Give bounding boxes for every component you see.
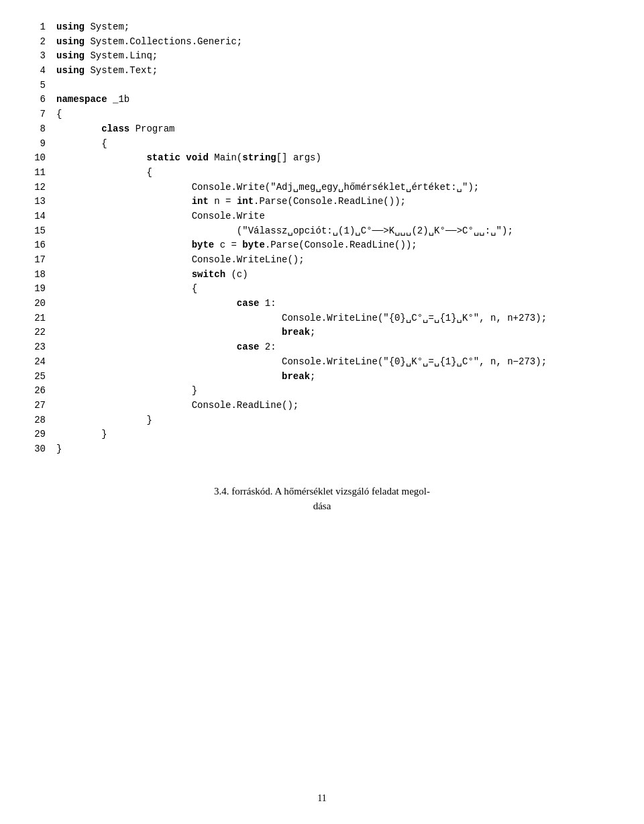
line-number: 8 (27, 122, 46, 137)
line-number: 10 (27, 151, 46, 166)
code-line: 2using System.Collections.Generic; (27, 35, 617, 50)
code-block: 1using System;2using System.Collections.… (27, 13, 617, 464)
line-number: 13 (27, 195, 46, 209)
code-line: 3using System.Linq; (27, 49, 617, 64)
code-line: 19 { (27, 282, 617, 297)
line-number: 22 (27, 325, 46, 340)
line-content: Console.WriteLine(); (56, 253, 305, 268)
code-line: 12 Console.Write("Adj␣meg␣egy␣hőmérsékle… (27, 181, 617, 195)
line-number: 20 (27, 297, 46, 311)
code-line: 20 case 1: (27, 297, 617, 311)
code-line: 11 { (27, 166, 617, 181)
line-number: 17 (27, 253, 46, 268)
line-number: 18 (27, 268, 46, 282)
line-content: byte c = byte.Parse(Console.ReadLine()); (56, 238, 417, 253)
code-line: 17 Console.WriteLine(); (27, 253, 617, 268)
code-line: 30} (27, 442, 617, 457)
line-content: Console.WriteLine("{0}␣K°␣=␣{1}␣C°", n, … (56, 355, 547, 370)
line-number: 29 (27, 427, 46, 442)
line-number: 28 (27, 413, 46, 428)
line-content: using System.Linq; (56, 49, 158, 64)
line-content: case 1: (56, 297, 276, 311)
code-line: 6namespace _1b (27, 93, 617, 107)
line-number: 1 (27, 20, 46, 35)
code-line: 16 byte c = byte.Parse(Console.ReadLine(… (27, 238, 617, 253)
line-number: 3 (27, 49, 46, 64)
line-content: } (56, 427, 107, 442)
code-line: 10 static void Main(string[] args) (27, 151, 617, 166)
code-line: 15 ("Válassz␣opciót:␣(1)␣C°──>K␣␣␣(2)␣K°… (27, 224, 617, 239)
line-content: switch (c) (56, 268, 248, 282)
line-content: { (56, 137, 107, 152)
code-line: 8 class Program (27, 122, 617, 137)
code-line: 13 int n = int.Parse(Console.ReadLine())… (27, 195, 617, 209)
line-content: Console.Write("Adj␣meg␣egy␣hőmérséklet␣é… (56, 181, 479, 195)
caption-line2: dása (27, 499, 617, 514)
code-line: 4using System.Text; (27, 64, 617, 79)
code-line: 5 (27, 79, 617, 93)
line-content: Console.Write (56, 209, 265, 224)
line-number: 11 (27, 166, 46, 181)
page-number: 11 (0, 793, 644, 804)
code-line: 18 switch (c) (27, 268, 617, 282)
line-number: 12 (27, 181, 46, 195)
line-content: { (56, 166, 152, 181)
line-content: } (56, 442, 62, 457)
line-content: ("Válassz␣opciót:␣(1)␣C°──>K␣␣␣(2)␣K°──>… (56, 224, 513, 239)
line-number: 25 (27, 370, 46, 384)
line-number: 9 (27, 137, 46, 152)
line-content: { (56, 107, 62, 122)
code-line: 28 } (27, 413, 617, 428)
code-line: 24 Console.WriteLine("{0}␣K°␣=␣{1}␣C°", … (27, 355, 617, 370)
line-number: 2 (27, 35, 46, 50)
line-number: 30 (27, 442, 46, 457)
code-line: 25 break; (27, 370, 617, 384)
code-line: 1using System; (27, 20, 617, 35)
caption: 3.4. forráskód. A hőmérséklet vizsgáló f… (27, 484, 617, 514)
code-line: 29 } (27, 427, 617, 442)
line-number: 5 (27, 79, 46, 93)
line-content: using System.Text; (56, 64, 158, 79)
code-line: 21 Console.WriteLine("{0}␣C°␣=␣{1}␣K°", … (27, 311, 617, 326)
line-number: 14 (27, 209, 46, 224)
line-content: Console.WriteLine("{0}␣C°␣=␣{1}␣K°", n, … (56, 311, 547, 326)
line-content: int n = int.Parse(Console.ReadLine()); (56, 195, 406, 209)
line-number: 24 (27, 355, 46, 370)
line-number: 27 (27, 399, 46, 413)
code-line: 22 break; (27, 325, 617, 340)
line-number: 15 (27, 224, 46, 239)
line-number: 23 (27, 340, 46, 355)
code-line: 27 Console.ReadLine(); (27, 399, 617, 413)
line-content: } (56, 413, 152, 428)
line-number: 6 (27, 93, 46, 107)
line-number: 21 (27, 311, 46, 326)
line-number: 16 (27, 238, 46, 253)
code-line: 26 } (27, 384, 617, 399)
line-content: Console.ReadLine(); (56, 399, 299, 413)
line-content: using System.Collections.Generic; (56, 35, 242, 50)
line-content: namespace _1b (56, 93, 129, 107)
line-content: break; (56, 370, 315, 384)
line-content: case 2: (56, 340, 276, 355)
line-number: 4 (27, 64, 46, 79)
line-number: 19 (27, 282, 46, 297)
code-line: 23 case 2: (27, 340, 617, 355)
line-number: 26 (27, 384, 46, 399)
line-content: { (56, 282, 197, 297)
code-line: 9 { (27, 137, 617, 152)
line-content: static void Main(string[] args) (56, 151, 321, 166)
line-content: break; (56, 325, 315, 340)
code-line: 7{ (27, 107, 617, 122)
line-content: } (56, 384, 197, 399)
page-container: 1using System;2using System.Collections.… (0, 0, 644, 554)
line-content: class Program (56, 122, 174, 137)
line-number: 7 (27, 107, 46, 122)
line-content: using System; (56, 20, 129, 35)
code-line: 14 Console.Write (27, 209, 617, 224)
caption-line1: 3.4. forráskód. A hőmérséklet vizsgáló f… (27, 484, 617, 499)
